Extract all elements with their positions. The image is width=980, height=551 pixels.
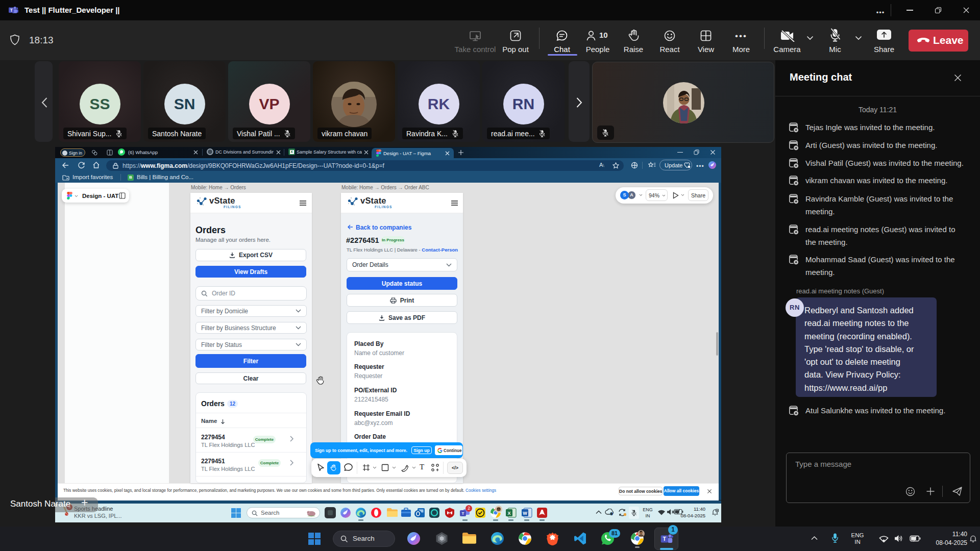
svg-text:T: T (663, 536, 667, 542)
svg-text:T: T (462, 511, 464, 516)
svg-text:W: W (523, 511, 527, 516)
svg-text:S: S (610, 512, 612, 515)
svg-text:T: T (10, 8, 13, 13)
svg-text:X: X (507, 511, 510, 516)
